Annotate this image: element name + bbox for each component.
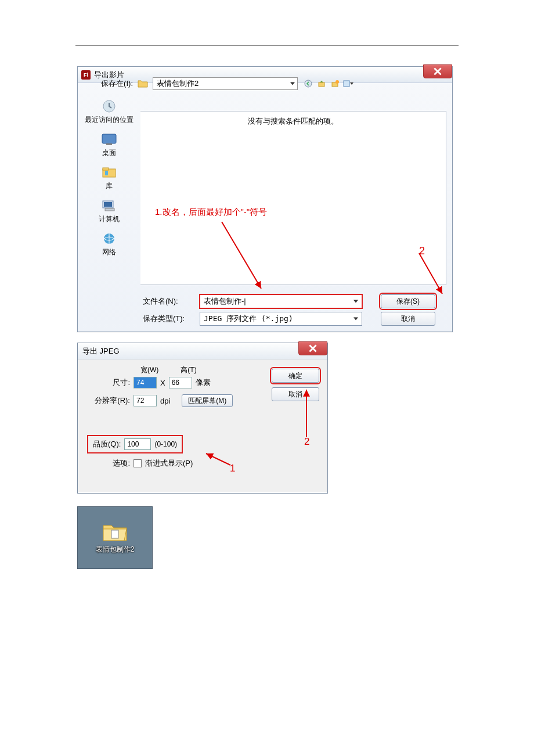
place-label: 计算机 [99,214,120,224]
filetype-combo[interactable]: JPEG 序列文件 (*.jpg) [200,312,362,326]
page: Fl 导出影片 保存在(I): 表情包制作2 [0,0,534,756]
size-label: 尺寸: [88,377,130,388]
dialog2-buttons: 确定 取消 [272,369,319,401]
file-list-area[interactable]: 没有与搜索条件匹配的项。 1.改名，后面最好加个"-"符号 2 [140,111,446,285]
network-icon [99,230,120,247]
annotation-arrow-1 [245,222,246,291]
libraries-icon [99,164,120,181]
place-label: 最近访问的位置 [85,115,134,125]
no-results-text: 没有与搜索条件匹配的项。 [140,111,446,127]
computer-icon [99,197,120,214]
places-sidebar: 最近访问的位置 桌面 库 计算机 网络 [78,83,140,332]
caret-down-icon [353,300,358,303]
place-label: 库 [106,181,113,191]
annotation-number-2: 2 [304,436,309,448]
height-label: 高(T) [181,365,196,375]
annotation-number-1: 1 [230,463,235,474]
export-jpeg-dialog: 导出 JPEG 宽(W) 高(T) 尺寸: 74 X 66 像素 分辨率(R):… [77,343,328,494]
filename-row: 文件名(N): 表情包制作-| 保存(S) [140,294,446,308]
filetype-value: JPEG 序列文件 (*.jpg) [204,314,293,324]
by-x: X [160,379,165,387]
filename-label: 文件名(N): [140,296,196,307]
close-button[interactable] [298,341,327,355]
width-label: 宽(W) [140,365,158,375]
place-libraries[interactable]: 库 [78,164,140,195]
cancel-button[interactable]: 取消 [272,387,319,401]
dialog-body: 保存在(I): 表情包制作2 最近访问的位置 [78,83,452,332]
filename-value: 表情包制作-| [204,296,246,307]
titlebar[interactable]: 导出 JPEG [78,343,327,359]
dialog-title: 导出 JPEG [82,346,120,357]
place-desktop[interactable]: 桌面 [78,131,140,161]
desktop-folder-thumbnail[interactable]: 表情包制作2 [77,506,153,569]
svg-rect-9 [103,168,109,170]
save-in-label: 保存在(I): [75,78,133,89]
save-button[interactable]: 保存(S) [381,294,435,308]
width-input[interactable]: 74 [134,377,157,388]
export-movie-dialog: Fl 导出影片 保存在(I): 表情包制作2 [77,66,453,332]
height-input[interactable]: 66 [169,377,192,388]
divider [75,45,459,46]
ok-button[interactable]: 确定 [272,369,319,383]
svg-rect-10 [105,171,108,175]
quality-range: (0-100) [154,440,177,448]
close-icon [309,344,317,352]
quality-row: 品质(Q): 100 (0-100) [88,436,317,452]
annotation-number-2: 2 [419,245,425,257]
filetype-row: 保存类型(T): JPEG 序列文件 (*.jpg) 取消 [140,312,446,326]
place-computer[interactable]: 计算机 [78,197,140,228]
filetype-label: 保存类型(T): [140,314,196,324]
close-icon [434,67,442,75]
annotation-text-1: 1.改名，后面最好加个"-"符号 [155,207,267,218]
right-pane: 没有与搜索条件匹配的项。 1.改名，后面最好加个"-"符号 2 文件名(N): [140,83,452,332]
resolution-input[interactable]: 72 [134,395,157,406]
svg-rect-7 [106,143,112,145]
svg-line-16 [419,253,442,294]
bottom-rows: 文件名(N): 表情包制作-| 保存(S) 保存类型(T): JPEG 序列文件… [140,294,446,326]
quality-label: 品质(Q): [89,439,121,449]
place-network[interactable]: 网络 [78,230,140,261]
progressive-label: 渐进式显示(P) [145,458,193,469]
svg-rect-19 [111,530,118,538]
folder-icon [101,521,129,543]
filename-input[interactable]: 表情包制作-| [200,294,362,308]
close-button[interactable] [423,64,452,78]
options-row: 选项: 渐进式显示(P) [88,458,317,469]
px-label: 像素 [196,377,211,388]
cancel-button[interactable]: 取消 [381,312,435,326]
svg-rect-12 [104,202,112,207]
svg-line-15 [222,222,261,289]
desktop-folder-label: 表情包制作2 [96,545,135,555]
wh-labels: 宽(W) 高(T) [140,365,197,375]
place-label: 网络 [102,247,116,257]
match-screen-button[interactable]: 匹配屏幕(M) [182,394,233,407]
dialog-body: 宽(W) 高(T) 尺寸: 74 X 66 像素 分辨率(R): 72 dpi … [78,359,327,483]
quality-input[interactable]: 100 [124,438,151,450]
resolution-label: 分辨率(R): [88,395,130,406]
progressive-checkbox[interactable] [134,459,142,467]
svg-rect-13 [105,208,114,211]
dpi-label: dpi [160,397,170,405]
quality-highlight: 品质(Q): 100 (0-100) [88,436,182,452]
options-label: 选项: [88,458,130,469]
recent-icon [99,98,120,115]
desktop-icon [99,131,120,148]
place-recent[interactable]: 最近访问的位置 [78,98,140,128]
caret-down-icon [353,318,358,321]
svg-rect-6 [102,134,116,143]
place-label: 桌面 [102,148,116,158]
